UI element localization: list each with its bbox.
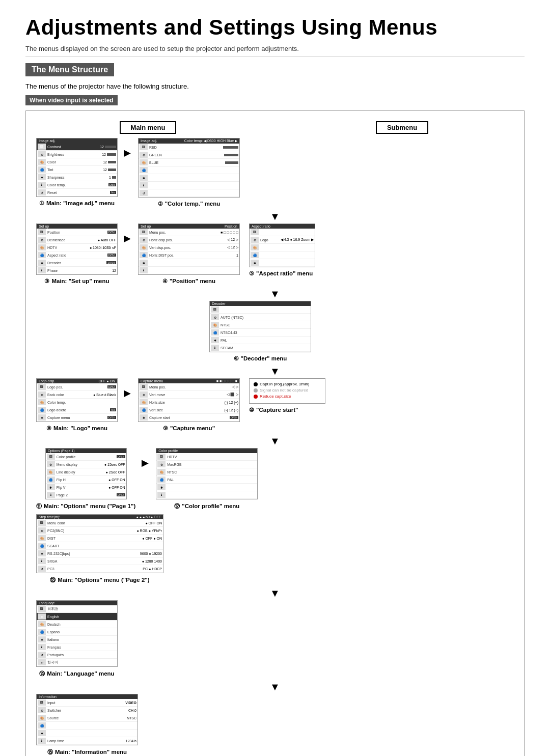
menu-8-label: ⑧ Main: "Logo" menu bbox=[46, 425, 107, 432]
menu-8-logo: Logo disp.OFF ● ON 🖼Logo pos.D/S↑ ⚙Back … bbox=[36, 378, 118, 422]
menu-15-information: Information 🖼InputVIDEO ⚙SwitcherCH.0 🎨S… bbox=[36, 694, 138, 745]
row-6: Step time(m): ● ● ● 60 ● OFF 🖼Menu color… bbox=[36, 514, 514, 584]
menu-9-block: Capture menu ■ ■ □ □ □ □ ■ 🖼Menu pos.◁ ▷… bbox=[138, 378, 240, 432]
arrow-1-2: ▶ bbox=[124, 138, 131, 158]
menu-9-capture: Capture menu ■ ■ □ □ □ □ ■ 🖼Menu pos.◁ ▷… bbox=[138, 378, 240, 422]
section-title: The Menu Structure bbox=[25, 63, 114, 76]
menu-3-label: ③ Main: "Set up" menu bbox=[44, 278, 109, 285]
arrow-down-6: ▼ bbox=[36, 682, 514, 692]
menu-13-block: Step time(m): ● ● ● 60 ● OFF 🖼Menu color… bbox=[36, 514, 163, 584]
menu-6-decoder: Decoder 🖼 ⚙AUTO (NTSC) 🎨NTSC 🔵NTSC4.43 ✱… bbox=[209, 301, 311, 352]
capture-item-3: Reduce capt.size bbox=[254, 394, 321, 399]
menu-14-block: Language 🖼日本語 ⚙English 🎨Deutsch 🔵Español… bbox=[36, 600, 118, 678]
menu-13-label: ⑬ Main: "Options" menu ("Page 2") bbox=[50, 576, 149, 584]
capture-item-1: Capt.in prog.(approx. 2min) bbox=[254, 382, 321, 386]
menu-10-capture-start: Capt.in prog.(approx. 2min) Signal can n… bbox=[249, 378, 325, 404]
video-input-label: When video input is selected bbox=[25, 95, 118, 105]
arrow-down-4: ▼ bbox=[36, 436, 514, 446]
section-intro: The menus of the projector have the foll… bbox=[25, 82, 525, 90]
submenu-header: Submenu bbox=[376, 121, 428, 134]
menu-4-block: Set up Position 🖼Menu pos.■ □ □ □ □ □ ⚙H… bbox=[138, 223, 240, 285]
menu-1-label: ① Main: "Image adj." menu bbox=[39, 200, 115, 207]
section-header: The Menu Structure bbox=[25, 63, 525, 82]
arrow-down-1: ▼ bbox=[36, 211, 514, 221]
menu-1-block: Image adj. 🖼Contrast12 ⚙Brightness12 🎨Co… bbox=[36, 138, 118, 207]
row-8: Information 🖼InputVIDEO ⚙SwitcherCH.0 🎨S… bbox=[36, 694, 514, 756]
row-7: Language 🖼日本語 ⚙English 🎨Deutsch 🔵Español… bbox=[36, 600, 514, 678]
menu-2-block: Image adj. Color temp: ◀ D500 HIGH Blue … bbox=[138, 138, 240, 207]
menu-9-label: ⑨ "Capture menu" bbox=[163, 425, 215, 432]
row-4: Logo disp.OFF ● ON 🖼Logo pos.D/S↑ ⚙Back … bbox=[36, 378, 514, 432]
menu-12-block: Color profile 🖼HDTV ⚙MacRGB 🎨NTSC 🔵PAL ✱… bbox=[156, 448, 258, 510]
row-3: Decoder 🖼 ⚙AUTO (NTSC) 🎨NTSC 🔵NTSC4.43 ✱… bbox=[36, 301, 514, 362]
menu-12-label: ⑫ "Color profile" menu bbox=[174, 502, 239, 510]
diagram-container: Main menu Submenu Image adj. 🖼Contrast12… bbox=[25, 110, 525, 756]
row-5: Options (Page 1) 🖼Color profileD/S↑ ⚙Men… bbox=[36, 448, 514, 510]
menu-11-block: Options (Page 1) 🖼Color profileD/S↑ ⚙Men… bbox=[36, 448, 135, 510]
page-title: Adjustments and Settings Using Menus bbox=[25, 15, 525, 40]
main-menu-header: Main menu bbox=[120, 121, 177, 134]
menu-4-position: Set up Position 🖼Menu pos.■ □ □ □ □ □ ⚙H… bbox=[138, 223, 240, 275]
menu-10-label: ⑩ "Capture start" bbox=[249, 407, 298, 413]
menu-4-label: ④ "Position" menu bbox=[162, 278, 215, 285]
menu-6-block: Decoder 🖼 ⚙AUTO (NTSC) 🎨NTSC 🔵NTSC4.43 ✱… bbox=[209, 301, 311, 362]
arrow-11-12: ▶ bbox=[142, 448, 149, 468]
menu-15-label: ⑮ Main: "Information" menu bbox=[47, 748, 127, 756]
menu-10-block: Capt.in prog.(approx. 2min) Signal can n… bbox=[249, 378, 325, 413]
menu-13-options2: Step time(m): ● ● ● 60 ● OFF 🖼Menu color… bbox=[36, 514, 163, 573]
menu-12-color-profile: Color profile 🖼HDTV ⚙MacRGB 🎨NTSC 🔵PAL ✱… bbox=[156, 448, 258, 499]
arrow-down-5: ▼ bbox=[36, 588, 514, 598]
menu-11-label: ⑪ Main: "Options" menu ("Page 1") bbox=[36, 502, 135, 510]
arrow-3-4: ▶ bbox=[124, 223, 131, 244]
menu-2-color-temp: Image adj. Color temp: ◀ D500 HIGH Blue … bbox=[138, 138, 240, 198]
menu-2-label: ② "Color temp." menu bbox=[158, 201, 221, 207]
row-2: Set up 🖼PositionD/S↑ ⚙Deinterlace● Auto … bbox=[36, 223, 514, 285]
menu-1-image-adj: Image adj. 🖼Contrast12 ⚙Brightness12 🎨Co… bbox=[36, 138, 118, 197]
menu-5-aspect: Aspect ratio 🖼 ⚙Logo◀ 4:3 ● 16:9 Zoom ▶ … bbox=[249, 223, 315, 267]
menu-11-options: Options (Page 1) 🖼Color profileD/S↑ ⚙Men… bbox=[45, 448, 127, 499]
menu-8-block: Logo disp.OFF ● ON 🖼Logo pos.D/S↑ ⚙Back … bbox=[36, 378, 118, 432]
arrow-down-3: ▼ bbox=[36, 366, 514, 376]
menu-5-block: Aspect ratio 🖼 ⚙Logo◀ 4:3 ● 16:9 Zoom ▶ … bbox=[249, 223, 315, 277]
page-subtitle: The menus displayed on the screen are us… bbox=[25, 45, 525, 57]
menu-5-label: ⑤ "Aspect ratio" menu bbox=[249, 270, 315, 277]
menu-14-language: Language 🖼日本語 ⚙English 🎨Deutsch 🔵Español… bbox=[36, 600, 118, 667]
menu-3-setup: Set up 🖼PositionD/S↑ ⚙Deinterlace● Auto … bbox=[36, 223, 118, 275]
capture-item-2: Signal can not be captured bbox=[254, 388, 321, 393]
row-1: Image adj. 🖼Contrast12 ⚙Brightness12 🎨Co… bbox=[36, 138, 514, 207]
arrow-down-2: ▼ bbox=[36, 289, 514, 299]
menu-14-label: ⑭ Main: "Language" menu bbox=[39, 670, 114, 678]
menu-3-block: Set up 🖼PositionD/S↑ ⚙Deinterlace● Auto … bbox=[36, 223, 118, 285]
menu-6-label: ⑥ "Decoder" menu bbox=[234, 355, 287, 362]
arrow-8-9: ▶ bbox=[124, 378, 131, 399]
menu-15-block: Information 🖼InputVIDEO ⚙SwitcherCH.0 🎨S… bbox=[36, 694, 138, 756]
